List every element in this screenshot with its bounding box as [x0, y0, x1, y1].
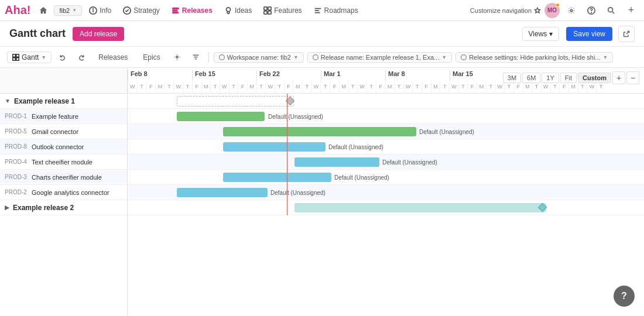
day-w: W	[403, 81, 413, 92]
epics-tab[interactable]: Epics	[137, 51, 166, 63]
release-1-row: ▼ Example release 1	[0, 94, 127, 109]
nav-releases[interactable]: Releases	[167, 2, 217, 19]
prod8-bar[interactable]	[223, 142, 326, 152]
date-mar15: Mar 15	[450, 70, 514, 81]
svg-rect-6	[173, 12, 179, 13]
prod5-bar-label: Default (Unassigned)	[419, 127, 474, 136]
day-f: F	[238, 81, 247, 92]
day-f: F	[559, 81, 568, 92]
gantt-left-panel: ▼ Example release 1 PROD-1 Example featu…	[0, 68, 128, 316]
undo-button[interactable]	[55, 50, 70, 65]
svg-point-7	[226, 7, 230, 11]
release-1-name: Example release 1	[14, 97, 75, 105]
release-2-grid-row	[128, 200, 644, 215]
prod5-grid-row: Default (Unassigned)	[128, 124, 644, 139]
chevron-down-icon: ▼	[603, 54, 608, 60]
feature-row-prod8: PROD-8 Outlook connector	[0, 139, 127, 154]
filter-button[interactable]	[189, 50, 204, 65]
svg-rect-8	[264, 6, 267, 9]
day-t: T	[183, 81, 192, 92]
prod5-bar[interactable]	[223, 127, 416, 136]
feature-row-prod4: PROD-4 Text cheeifier module	[0, 154, 127, 170]
date-mar8: Mar 8	[385, 70, 450, 81]
day-w: W	[495, 81, 505, 92]
day-t: T	[458, 81, 468, 92]
release-2-bar[interactable]	[294, 203, 546, 212]
svg-point-23	[313, 54, 318, 60]
svg-point-14	[591, 12, 592, 13]
release-1-grid-row	[128, 94, 644, 109]
release-1-toggle[interactable]: ▼	[5, 98, 11, 104]
svg-point-24	[461, 54, 467, 60]
notification-dot	[556, 3, 560, 7]
views-button[interactable]: Views ▾	[522, 27, 560, 41]
prod2-bar-label: Default (Unassigned)	[270, 188, 326, 197]
nav-info[interactable]: Info	[84, 2, 116, 19]
svg-rect-19	[13, 57, 16, 60]
day-w: W	[173, 81, 183, 92]
avatar[interactable]: MO	[544, 3, 560, 18]
prod2-bar[interactable]	[177, 188, 268, 197]
day-t: T	[137, 81, 146, 92]
release-1-dashed-bar[interactable]	[177, 96, 294, 107]
logo: Aha!	[5, 4, 30, 17]
day-f: F	[422, 81, 431, 92]
releases-tab[interactable]: Releases	[93, 51, 133, 63]
svg-rect-10	[264, 11, 267, 13]
svg-point-21	[176, 56, 178, 58]
svg-rect-18	[16, 54, 19, 57]
svg-point-2	[93, 8, 94, 9]
settings-icon[interactable]	[563, 2, 580, 19]
svg-point-15	[608, 7, 613, 12]
nav-roadmaps[interactable]: Roadmaps	[309, 2, 363, 19]
day-t: T	[578, 81, 587, 92]
redo-button[interactable]	[74, 50, 89, 65]
help-nav-icon[interactable]	[583, 2, 600, 19]
gantt-container: ▼ Example release 1 PROD-1 Example featu…	[0, 68, 644, 316]
prod3-grid-row: Default (Unassigned)	[128, 170, 644, 185]
day-f: F	[376, 81, 385, 92]
save-view-button[interactable]: Save view	[566, 27, 612, 41]
prod1-bar-label: Default (Unassigned)	[268, 112, 323, 121]
day-t: T	[550, 81, 560, 92]
feature-id: PROD-1	[5, 113, 28, 119]
release-name-filter-chip[interactable]: Release name: Example release 1, Exa... …	[307, 52, 452, 63]
header-spacer	[5, 77, 6, 84]
feature-id: PROD-4	[5, 159, 28, 165]
help-button[interactable]: ?	[614, 286, 635, 307]
workspace-filter-chip[interactable]: Workspace name: fib2 ▼	[214, 52, 304, 63]
share-button[interactable]	[618, 26, 635, 42]
customize-nav-button[interactable]: Customize navigation	[470, 7, 541, 14]
prod3-bar[interactable]	[223, 173, 331, 182]
svg-point-12	[570, 9, 573, 12]
prod1-bar[interactable]	[177, 112, 265, 121]
nav-strategy[interactable]: Strategy	[118, 2, 165, 19]
day-w: W	[265, 81, 275, 92]
svg-rect-5	[173, 10, 177, 11]
prod4-bar[interactable]	[294, 157, 379, 167]
workspace-selector[interactable]: fib2 ▼	[54, 5, 82, 16]
add-release-button[interactable]: Add release	[73, 27, 124, 41]
day-m: M	[477, 81, 486, 92]
nav-ideas[interactable]: Ideas	[220, 2, 256, 19]
day-t: T	[320, 81, 330, 92]
settings-filter-button[interactable]	[170, 50, 185, 65]
day-t: T	[366, 81, 376, 92]
search-icon[interactable]	[603, 2, 619, 19]
page-title: Gantt chart	[9, 28, 66, 40]
feature-id: PROD-5	[5, 128, 28, 135]
chevron-down-icon: ▼	[441, 54, 447, 60]
day-t: T	[440, 81, 449, 92]
home-button[interactable]	[35, 2, 52, 19]
feature-row-prod3: PROD-3 Charts cheerifier module	[0, 170, 127, 185]
day-t: T	[532, 81, 541, 92]
release-2-toggle[interactable]: ▶	[5, 204, 9, 211]
day-m: M	[568, 81, 578, 92]
release-settings-filter-chip[interactable]: Release settings: Hide parking lots, Hid…	[455, 52, 613, 63]
gantt-view-selector[interactable]: Gantt ▼	[7, 51, 52, 63]
nav-features[interactable]: Features	[259, 2, 306, 19]
date-feb8: Feb 8	[128, 70, 192, 81]
svg-rect-4	[173, 8, 179, 9]
svg-point-22	[219, 54, 224, 60]
add-icon[interactable]: +	[623, 2, 639, 19]
